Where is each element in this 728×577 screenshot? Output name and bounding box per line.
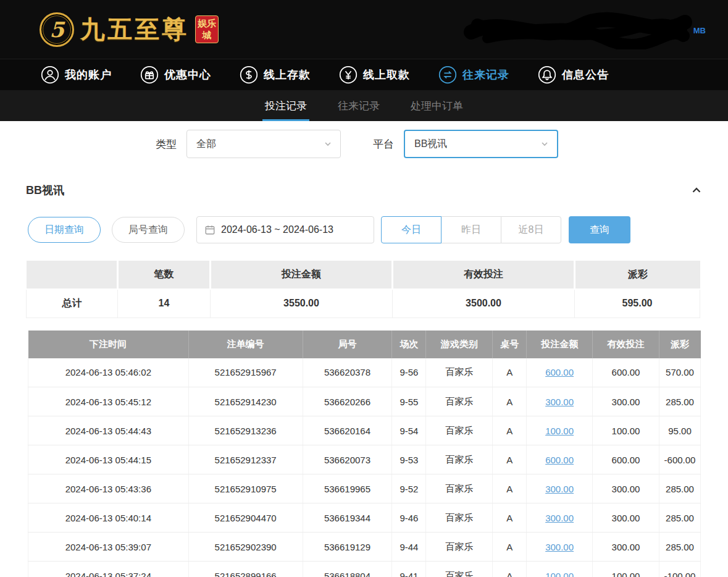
game-type-cell: 百家乐 [426, 358, 493, 387]
bet-amount-cell: 300.00 [527, 474, 593, 503]
session-cell: 9-53 [392, 445, 426, 474]
table-row: 2024-06-13 05:37:24521652899166536618804… [28, 562, 701, 577]
summary-table: 笔数 投注金额 有效投注 派彩 总计 14 3550.00 3500.00 59… [26, 261, 700, 318]
tab-processing-orders[interactable]: 处理中订单 [408, 90, 466, 121]
column-header-round-no: 局号 [303, 331, 392, 358]
date-query-button[interactable]: 日期查询 [28, 217, 101, 243]
bet-amount-cell: 300.00 [527, 533, 593, 562]
collapse-section-button[interactable] [690, 183, 703, 197]
filter-row: 类型 全部 平台 BB视讯 [156, 130, 728, 158]
bet-amount-link[interactable]: 100.00 [545, 426, 574, 436]
last-8-days-button[interactable]: 近8日 [501, 216, 561, 243]
bet-id-cell: 521652912337 [188, 445, 303, 474]
bet-time-cell: 2024-06-13 05:37:24 [28, 562, 189, 577]
payout-cell: -100.00 [659, 562, 700, 577]
logo-symbol: 5 [49, 17, 64, 42]
session-cell: 9-56 [392, 358, 426, 387]
game-type-cell: 百家乐 [426, 416, 493, 445]
date-range-picker[interactable]: 2024-06-13 ~ 2024-06-13 [196, 216, 374, 243]
table-row: 2024-06-13 05:44:15521652912337536620073… [28, 445, 701, 474]
table-no-cell: A [493, 533, 527, 562]
type-select[interactable]: 全部 [186, 130, 341, 158]
bet-time-cell: 2024-06-13 05:44:43 [28, 416, 189, 445]
withdraw-coin-icon [339, 65, 358, 84]
bet-id-cell: 521652914230 [188, 387, 303, 416]
column-header-bet-time: 下注时间 [28, 331, 189, 358]
column-header-bet-id: 注单编号 [188, 331, 303, 358]
platform-select-value: BB视讯 [414, 138, 447, 151]
search-button[interactable]: 查询 [569, 216, 630, 243]
chevron-down-icon [540, 139, 550, 149]
column-header-game-type: 游戏类别 [426, 331, 493, 358]
bet-id-cell: 521652899166 [188, 562, 303, 577]
session-cell: 9-54 [392, 416, 426, 445]
bet-amount-link[interactable]: 300.00 [545, 397, 574, 407]
column-header-session: 场次 [392, 331, 426, 358]
bet-amount-link[interactable]: 600.00 [545, 367, 574, 377]
bet-time-cell: 2024-06-13 05:44:15 [28, 445, 189, 474]
quick-date-group: 今日 昨日 近8日 [381, 216, 561, 243]
bet-amount-cell: 600.00 [527, 445, 593, 474]
valid-bet-cell: 300.00 [593, 474, 659, 503]
table-no-cell: A [493, 416, 527, 445]
nav-item-promotions[interactable]: 优惠中心 [140, 65, 211, 84]
game-type-cell: 百家乐 [426, 562, 493, 577]
valid-bet-cell: 600.00 [593, 358, 659, 387]
gift-icon [140, 65, 159, 84]
nav-item-deposit[interactable]: 线上存款 [240, 65, 311, 84]
summary-payout-value: 595.00 [575, 289, 700, 318]
session-cell: 9-46 [392, 503, 426, 533]
main-nav: 我的账户 优惠中心 线上存款 线上取款 [0, 59, 728, 90]
summary-header-bet-amount: 投注金额 [211, 261, 393, 289]
payout-cell: 285.00 [659, 533, 700, 562]
game-type-cell: 百家乐 [426, 503, 493, 533]
bet-time-cell: 2024-06-13 05:45:12 [28, 387, 189, 416]
summary-bet-amount-value: 3550.00 [211, 289, 393, 318]
nav-item-label: 线上取款 [363, 67, 410, 82]
table-no-cell: A [493, 562, 527, 577]
table-row: 2024-06-13 05:40:14521652904470536619344… [28, 503, 701, 533]
round-no-cell: 536618804 [303, 562, 392, 577]
round-no-cell: 536620266 [303, 387, 392, 416]
bet-amount-link[interactable]: 300.00 [545, 513, 574, 523]
today-button[interactable]: 今日 [381, 216, 441, 243]
table-row: 2024-06-13 05:46:02521652915967536620378… [28, 358, 701, 387]
calendar-icon [204, 224, 215, 235]
table-no-cell: A [493, 474, 527, 503]
bet-amount-link[interactable]: 600.00 [545, 455, 574, 465]
bet-id-cell: 521652902390 [188, 533, 303, 562]
round-query-button[interactable]: 局号查询 [112, 217, 185, 243]
bet-id-cell: 521652910975 [188, 474, 303, 503]
table-row: 2024-06-13 05:43:36521652910975536619965… [28, 474, 701, 503]
table-row: 2024-06-13 05:44:43521652913236536620164… [28, 416, 701, 445]
yesterday-button[interactable]: 昨日 [441, 216, 501, 243]
tab-betting-records[interactable]: 投注记录 [262, 90, 309, 121]
table-no-cell: A [493, 387, 527, 416]
table-no-cell: A [493, 358, 527, 387]
nav-item-transaction-records[interactable]: 往来记录 [438, 65, 509, 84]
tab-transaction-records[interactable]: 往来记录 [335, 90, 382, 121]
logo-emblem-icon: 5 [40, 12, 74, 47]
column-header-bet-amount: 投注金额 [527, 331, 593, 358]
nav-item-label: 信息公告 [562, 67, 609, 82]
nav-item-withdraw[interactable]: 线上取款 [339, 65, 410, 84]
logo-text: 九五至尊 [80, 12, 189, 46]
valid-bet-cell: 300.00 [593, 533, 659, 562]
site-logo[interactable]: 5 九五至尊 娱乐城 [40, 12, 219, 47]
platform-select[interactable]: BB视讯 [404, 130, 558, 158]
valid-bet-cell: 100.00 [593, 562, 659, 577]
bet-amount-link[interactable]: 300.00 [545, 484, 574, 494]
nav-item-announcements[interactable]: 信息公告 [538, 65, 609, 84]
table-no-cell: A [493, 503, 527, 533]
bet-id-cell: 521652904470 [188, 503, 303, 533]
deposit-coin-icon [240, 65, 258, 84]
game-type-cell: 百家乐 [426, 445, 493, 474]
summary-count-value: 14 [118, 289, 211, 318]
bet-amount-link[interactable]: 100.00 [545, 571, 574, 577]
payout-cell: 285.00 [659, 474, 700, 503]
nav-item-my-account[interactable]: 我的账户 [41, 65, 112, 84]
summary-valid-bet-value: 3500.00 [393, 289, 575, 318]
round-no-cell: 536620073 [303, 445, 392, 474]
bet-amount-link[interactable]: 300.00 [545, 542, 574, 552]
top-header: 5 九五至尊 娱乐城 MB [0, 0, 728, 59]
